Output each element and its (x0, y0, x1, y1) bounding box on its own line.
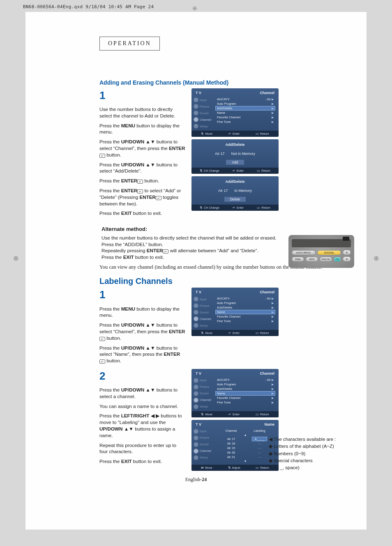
instruction-text: Repeatedly pressing ENTER↵ will alternat… (101, 247, 282, 254)
step-number: 1 (99, 88, 186, 103)
osd-add-delete-inmem: Add/Delete Air 17In Memory Delete ⇅CH Ch… (191, 176, 279, 211)
enter-icon: ↵ (137, 180, 143, 184)
osd-sidebar-item: Channel (194, 117, 213, 122)
osd-menu-row: Add/Delete ▶ (215, 106, 275, 111)
osd-menu-row: Favorite Channel ▶ (215, 314, 275, 319)
alternate-method: Alternate method: Use the number buttons… (101, 226, 282, 260)
enter-icon: ↵ (163, 249, 168, 253)
alt-title: Alternate method: (101, 226, 282, 233)
instruction-text: Press the UP/DOWN ▲▼ buttons to select “… (99, 138, 186, 158)
instruction-text: Press the EXIT button to exit. (101, 254, 282, 260)
osd-sidebar-item: Picture (194, 303, 213, 308)
osd-menu-row: Add/Delete ▶ (215, 305, 275, 310)
print-header: BN68-00656A-04Eng.qxd 9/18/04 10:45 AM P… (23, 4, 392, 9)
osd-screenshots: T VChannel InputPictureSoundChannelSetup… (191, 88, 279, 211)
registration-mark-icon: ⊕ (13, 254, 18, 262)
instructions-column: 1 Use the number buttons to directly sel… (99, 88, 186, 220)
osd-menu-row: Favorite Channel ▶ (215, 115, 275, 120)
osd-sidebar-item: Input (194, 429, 213, 434)
instruction-text: Press the MENU button to display the men… (99, 306, 186, 319)
osd-sidebar-item: Setup (194, 404, 213, 409)
instruction-text: Press the LEFT/RIGHT ◀ ▶ buttons to move… (99, 412, 186, 438)
instruction-text: You can assign a name to a channel. (99, 403, 186, 410)
osd-sidebar-item: Picture (194, 385, 213, 389)
remote-btn-up: ∧ (343, 250, 351, 255)
instructions-column: 2 Press the UP/DOWN ▲▼ buttons to select… (99, 369, 186, 468)
return-icon: ▭ (257, 206, 260, 210)
remote-btn-ch: CH (334, 257, 341, 262)
remote-btn-dnie: DNIe (292, 257, 304, 262)
osd-menu-row: Favorite Channel ▶ (215, 396, 275, 400)
osd-sidebar-item: Picture (194, 104, 213, 109)
osd-sidebar-item: Sound (194, 442, 213, 447)
character-note: ◀ The characters available are : ◆ Lette… (264, 436, 354, 471)
enter-icon: ↵ (99, 337, 105, 341)
osd-add-delete-notmem: Add/Delete Air 17Not in Memory Add ⇅CH C… (191, 139, 279, 174)
instruction-text: Press the MENU button to display the men… (99, 122, 186, 136)
osd-menu-row: Fine Tune ▶ (215, 319, 275, 323)
enter-icon: ↵ (233, 169, 235, 173)
osd-menu-row: Air/CATV: Air ▶ (215, 296, 275, 301)
osd-menu-row: Air/CATV: Air ▶ (215, 97, 275, 101)
osd-channel-menu: T VChannel InputPictureSoundChannelSetup… (191, 88, 279, 137)
osd-menu-row: Auto Program ▶ (215, 301, 275, 305)
instruction-text: Press the EXIT button to exit. (99, 458, 186, 465)
remote-btn-adddel: ADD/DEL (317, 250, 341, 255)
instruction-text: Press the EXIT button to exit. (99, 210, 186, 217)
instruction-text: Press the UP/DOWN ▲▼ buttons to select “… (99, 161, 186, 175)
instruction-text: Press the UP/DOWN ▲▼ buttons to select “… (99, 322, 186, 341)
instruction-text: Repeat this procedure to enter up to fou… (99, 442, 186, 455)
osd-sidebar-item: Sound (194, 391, 213, 396)
osd-menu-row: Name ▶ (215, 310, 275, 314)
instruction-text: Use the number buttons to directly selec… (99, 106, 186, 119)
subsection-title: Labeling Channels (99, 276, 350, 286)
section-header: OPERATION (108, 40, 151, 46)
osd-menu-row: Fine Tune ▶ (215, 120, 275, 124)
osd-sidebar-item: Setup (194, 455, 213, 460)
osd-menu-row: Name ▶ (215, 391, 275, 396)
step-number: 2 (99, 369, 186, 383)
osd-channel-menu-name2: T VChannel InputPictureSoundChannelSetup… (191, 369, 279, 417)
osd-sidebar-item: Input (194, 97, 213, 102)
remote-btn-autoprog: AUTO PROG. (292, 250, 316, 255)
remote-btn-down: ∨ (343, 256, 351, 262)
osd-menu-row: Fine Tune ▶ (215, 400, 275, 405)
osd-sidebar-item: Input (194, 378, 213, 383)
enter-icon: ↵ (156, 196, 161, 200)
enter-icon: ↵ (99, 154, 105, 158)
subsection-title: Adding and Erasing Channels (Manual Meth… (99, 79, 350, 86)
osd-menu-row: Auto Program ▶ (215, 101, 275, 106)
instruction-text: Press the UP/DOWN ▲▼ buttons to select a… (99, 387, 186, 400)
instructions-column: 1 Press the MENU button to display the m… (99, 288, 186, 367)
osd-menu-row: Add/Delete ▶ (215, 387, 275, 391)
updown-icon: ⇅ (200, 206, 203, 210)
enter-icon: ↵ (233, 206, 235, 210)
osd-sidebar-item: Channel (194, 398, 213, 403)
page-footer: English-24 (42, 477, 350, 483)
step-number: 1 (99, 288, 186, 302)
updown-icon: ⇅ (201, 132, 204, 136)
osd-sidebar-item: Sound (194, 310, 213, 315)
instruction-text: Use the number buttons to directly selec… (101, 235, 282, 248)
remote-lcd (292, 239, 351, 247)
registration-mark-icon: ⊕ (374, 254, 379, 262)
return-icon: ▭ (256, 132, 259, 136)
instruction-text: Press the ENTER↵ to select “Add” or “Del… (99, 187, 186, 207)
osd-sidebar-item: Picture (194, 435, 213, 440)
enter-icon: ↵ (137, 189, 143, 194)
osd-sidebar-item: Input (194, 297, 213, 302)
osd-sidebar-item: Channel (194, 449, 213, 454)
osd-sidebar-item: Sound (194, 111, 213, 115)
enter-icon: ↵ (99, 359, 105, 364)
page-sheet: ⊕ ⊕ OPERATION Adding and Erasing Channel… (25, 12, 367, 530)
osd-sidebar-item: Setup (194, 323, 213, 328)
remote-btn-mts: MTS (306, 257, 318, 262)
instruction-text: Press the UP/DOWN ▲▼ buttons to select “… (99, 345, 186, 364)
return-icon: ▭ (257, 169, 260, 173)
osd-menu-row: Air/CATV: Air ▶ (215, 378, 275, 382)
enter-icon: ↵ (228, 132, 231, 136)
osd-menu-row: Name ▶ (215, 111, 275, 115)
delete-button: Delete (224, 197, 246, 202)
instruction-text: Press the ENTER↵ button. (99, 177, 186, 184)
remote-control-illustration: AUTO PROG. ADD/DEL ∧ DNIe MTS FAV.CH CH … (288, 235, 354, 268)
